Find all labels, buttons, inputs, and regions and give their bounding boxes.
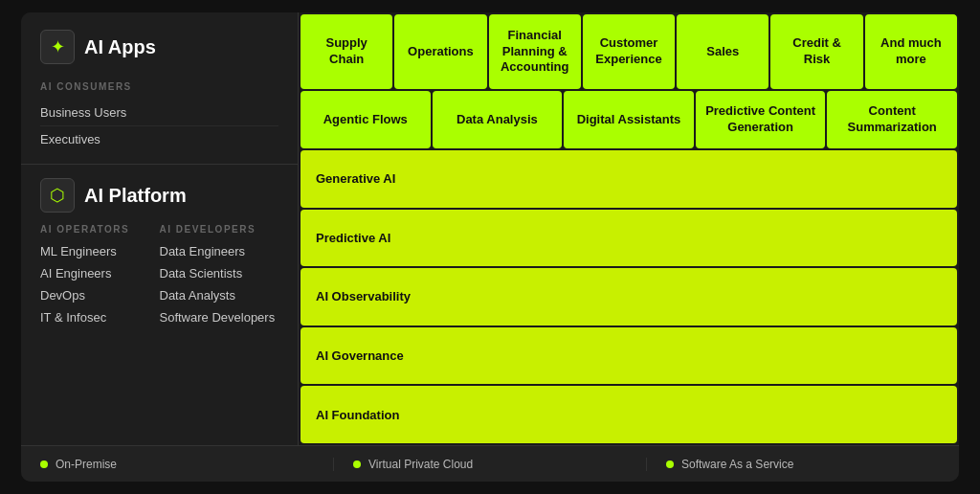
consumer-executives[interactable]: Executives: [40, 126, 278, 152]
ai-platform-icon: ⬡: [40, 178, 75, 213]
consumers-label: AI CONSUMERS: [21, 76, 298, 98]
platform-predictive-ai[interactable]: Predictive AI: [301, 210, 957, 267]
main-container: ✦ AI Apps AI CONSUMERS Business Users Ex…: [21, 12, 959, 482]
app-sales[interactable]: Sales: [677, 14, 768, 89]
vpc-dot: [353, 460, 361, 468]
role-software-devs[interactable]: Software Developers: [160, 306, 279, 328]
platform-generative-ai[interactable]: Generative AI: [301, 150, 957, 208]
operators-label: AI OPERATORS: [40, 224, 160, 235]
app-data-analysis[interactable]: Data Analysis: [433, 91, 563, 148]
app-digital-assistants[interactable]: Digital Assistants: [564, 91, 694, 148]
role-data-scientists[interactable]: Data Scientists: [160, 262, 279, 284]
ai-apps-header: ✦ AI Apps: [21, 12, 298, 76]
platform-rows: Generative AI Predictive AI AI Observabi…: [301, 150, 957, 443]
dev-col: AI DEVELOPERS Data Engineers Data Scient…: [160, 224, 279, 328]
ai-apps-icon: ✦: [40, 30, 75, 64]
role-data-engineers[interactable]: Data Engineers: [160, 240, 279, 262]
role-devops[interactable]: DevOps: [40, 284, 160, 306]
vpc-label: Virtual Private Cloud: [368, 458, 473, 471]
content-wrapper: Supply Chain Operations Financial Planni…: [299, 12, 959, 445]
ai-platform-section: ⬡ AI Platform AI OPERATORS ML Engineers …: [21, 165, 298, 338]
platform-ai-governance[interactable]: AI Governance: [301, 327, 957, 385]
role-it-infosec[interactable]: IT & Infosec: [40, 306, 160, 328]
operators-devs: AI OPERATORS ML Engineers AI Engineers D…: [40, 224, 278, 328]
app-supply-chain[interactable]: Supply Chain: [301, 14, 392, 89]
consumer-business-users[interactable]: Business Users: [40, 100, 278, 126]
top-section: ✦ AI Apps AI CONSUMERS Business Users Ex…: [21, 12, 959, 445]
app-financial-planning[interactable]: Financial Planning & Accounting: [489, 14, 581, 89]
apps-bottom-row: Agentic Flows Data Analysis Digital Assi…: [301, 91, 957, 148]
bottom-on-premise: On-Premise: [21, 458, 334, 471]
platform-ai-observability[interactable]: AI Observability: [301, 268, 957, 326]
role-ai-engineers[interactable]: AI Engineers: [40, 262, 160, 284]
operator-col: AI OPERATORS ML Engineers AI Engineers D…: [40, 224, 160, 328]
app-and-more[interactable]: And much more: [865, 14, 957, 89]
developers-label: AI DEVELOPERS: [160, 224, 279, 235]
ai-platform-title: AI Platform: [84, 185, 187, 207]
app-operations[interactable]: Operations: [394, 14, 486, 89]
on-premise-dot: [40, 460, 48, 468]
role-data-analysts[interactable]: Data Analysts: [160, 284, 279, 306]
app-customer-experience[interactable]: Customer Experience: [583, 14, 675, 89]
bottom-vpc: Virtual Private Cloud: [334, 458, 647, 471]
app-content-summarization[interactable]: Content Summarization: [827, 91, 957, 148]
ai-apps-title: AI Apps: [84, 36, 156, 58]
app-predictive-content[interactable]: Predictive Content Generation: [696, 91, 826, 148]
sidebar: ✦ AI Apps AI CONSUMERS Business Users Ex…: [21, 12, 299, 445]
consumer-list: Business Users Executives: [21, 98, 298, 165]
top-apps-rows: Supply Chain Operations Financial Planni…: [301, 14, 957, 148]
saas-label: Software As a Service: [681, 458, 793, 471]
on-premise-label: On-Premise: [56, 458, 117, 471]
bottom-bar: On-Premise Virtual Private Cloud Softwar…: [21, 445, 959, 482]
bottom-saas: Software As a Service: [647, 458, 959, 471]
saas-dot: [666, 460, 674, 468]
platform-ai-foundation[interactable]: AI Foundation: [301, 386, 957, 443]
role-ml-engineers[interactable]: ML Engineers: [40, 240, 160, 262]
app-credit-risk[interactable]: Credit & Risk: [770, 14, 862, 89]
ai-platform-header: ⬡ AI Platform: [40, 178, 278, 213]
apps-top-row: Supply Chain Operations Financial Planni…: [301, 14, 957, 89]
app-agentic-flows[interactable]: Agentic Flows: [301, 91, 431, 148]
